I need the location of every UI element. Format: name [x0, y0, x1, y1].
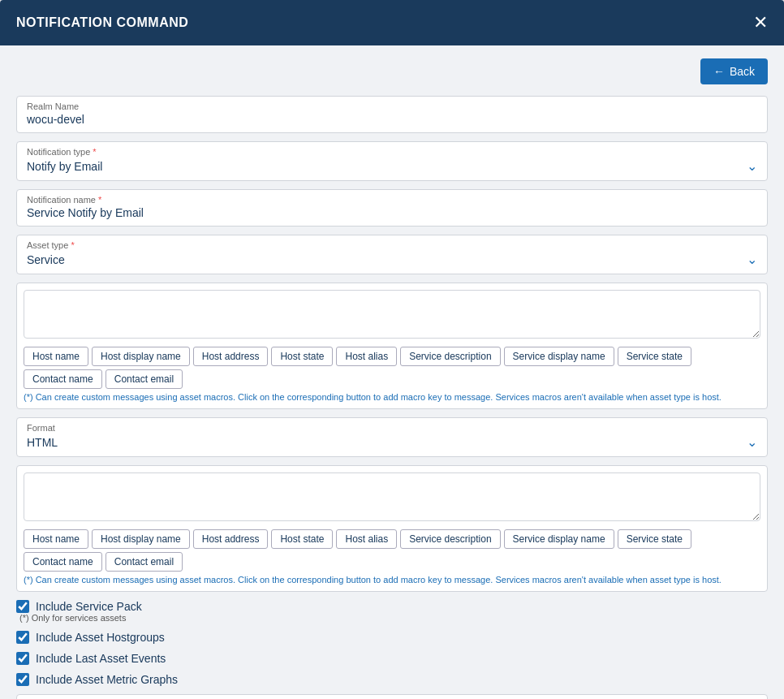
macro-note-2: (*) Can create custom messages using ass…: [24, 575, 760, 585]
realm-name-field: Realm Name wocu-devel: [16, 96, 768, 133]
macro-btn-host-display-name-1[interactable]: Host display name: [92, 347, 190, 366]
macro-btn-host-alias-1[interactable]: Host alias: [336, 347, 397, 366]
include-asset-metric-graphs-label[interactable]: Include Asset Metric Graphs: [16, 673, 768, 686]
macro-btn-contact-name-2[interactable]: Contact name: [24, 552, 102, 572]
message-textarea-2[interactable]: [24, 472, 760, 521]
include-last-asset-events-text: Include Last Asset Events: [36, 652, 166, 665]
notification-type-label: Notification type *: [27, 147, 757, 157]
include-asset-hostgroups-text: Include Asset Hostgroups: [36, 631, 165, 644]
modal-title: NOTIFICATION COMMAND: [16, 15, 188, 30]
include-service-pack-row: Include Service Pack (*) Only for servic…: [16, 600, 768, 623]
format-select[interactable]: HTML ⌄: [27, 434, 757, 450]
modal-container: NOTIFICATION COMMAND ✕ ← Back Realm Name…: [0, 0, 784, 699]
back-label: Back: [730, 65, 755, 78]
macro-btn-host-address-1[interactable]: Host address: [193, 347, 269, 366]
macro-btn-service-display-name-1[interactable]: Service display name: [504, 347, 614, 366]
chevron-down-icon-3: ⌄: [747, 434, 757, 450]
message-textarea-section-1: Host name Host display name Host address…: [16, 283, 768, 409]
macro-btn-host-state-2[interactable]: Host state: [271, 529, 333, 549]
include-asset-hostgroups-checkbox[interactable]: [16, 631, 29, 644]
message-textarea-1[interactable]: [24, 290, 760, 339]
macro-btn-host-name-2[interactable]: Host name: [24, 529, 88, 549]
format-label: Format: [27, 423, 757, 433]
close-button[interactable]: ✕: [753, 14, 768, 32]
macro-btn-service-state-1[interactable]: Service state: [618, 347, 691, 366]
modal-header: NOTIFICATION COMMAND ✕: [0, 0, 784, 45]
macro-btn-host-display-name-2[interactable]: Host display name: [92, 529, 190, 549]
macro-btn-host-state-1[interactable]: Host state: [271, 347, 333, 366]
realm-name-value: wocu-devel: [27, 113, 757, 126]
asset-type-required: *: [71, 240, 74, 250]
notification-name-required: *: [98, 195, 101, 205]
macro-buttons-group-1: Host name Host display name Host address…: [24, 347, 760, 389]
modal-body: ← Back Realm Name wocu-devel Notificatio…: [0, 45, 784, 699]
format-field[interactable]: Format HTML ⌄: [16, 417, 768, 457]
include-asset-realms-field[interactable]: Include asset realms * None ⌄: [16, 694, 768, 699]
macro-btn-service-state-2[interactable]: Service state: [618, 529, 691, 549]
notification-name-value: Service Notify by Email: [27, 206, 757, 219]
chevron-down-icon-2: ⌄: [747, 252, 757, 267]
include-service-pack-label[interactable]: Include Service Pack: [16, 600, 768, 613]
notification-type-field[interactable]: Notification type * Notify by Email ⌄: [16, 141, 768, 181]
back-button[interactable]: ← Back: [700, 58, 768, 84]
asset-type-field[interactable]: Asset type * Service ⌄: [16, 235, 768, 274]
macro-btn-host-address-2[interactable]: Host address: [193, 529, 269, 549]
format-value: HTML: [27, 436, 58, 449]
top-bar: ← Back: [16, 58, 768, 84]
message-textarea-section-2: Host name Host display name Host address…: [16, 465, 768, 592]
notification-name-label: Notification name *: [27, 195, 757, 205]
asset-type-select[interactable]: Service ⌄: [27, 252, 757, 267]
macro-btn-host-alias-2[interactable]: Host alias: [336, 529, 397, 549]
chevron-down-icon: ⌄: [747, 158, 757, 174]
macro-btn-host-name-1[interactable]: Host name: [24, 347, 88, 366]
include-asset-metric-graphs-checkbox[interactable]: [16, 673, 29, 686]
include-service-pack-text: Include Service Pack: [36, 600, 142, 613]
asset-type-label: Asset type *: [27, 240, 757, 250]
macro-btn-contact-name-1[interactable]: Contact name: [24, 369, 102, 389]
macro-btn-service-description-2[interactable]: Service description: [400, 529, 500, 549]
include-last-asset-events-label[interactable]: Include Last Asset Events: [16, 652, 768, 665]
notification-type-required: *: [93, 147, 96, 157]
macro-note-1: (*) Can create custom messages using ass…: [24, 392, 760, 402]
realm-name-label: Realm Name: [27, 101, 757, 111]
include-last-asset-events-checkbox[interactable]: [16, 652, 29, 665]
macro-btn-service-description-1[interactable]: Service description: [400, 347, 500, 366]
macro-btn-service-display-name-2[interactable]: Service display name: [504, 529, 614, 549]
service-pack-hint: (*) Only for services assets: [19, 613, 768, 623]
include-service-pack-checkbox[interactable]: [16, 600, 29, 613]
back-icon: ←: [713, 65, 725, 78]
macro-buttons-group-2: Host name Host display name Host address…: [24, 529, 760, 572]
notification-name-field[interactable]: Notification name * Service Notify by Em…: [16, 189, 768, 227]
asset-type-value: Service: [27, 253, 65, 266]
include-asset-hostgroups-label[interactable]: Include Asset Hostgroups: [16, 631, 768, 644]
include-asset-metric-graphs-text: Include Asset Metric Graphs: [36, 673, 178, 686]
notification-type-value: Notify by Email: [27, 160, 102, 173]
macro-btn-contact-email-1[interactable]: Contact email: [106, 369, 183, 389]
macro-btn-contact-email-2[interactable]: Contact email: [106, 552, 183, 572]
notification-type-select[interactable]: Notify by Email ⌄: [27, 158, 757, 174]
